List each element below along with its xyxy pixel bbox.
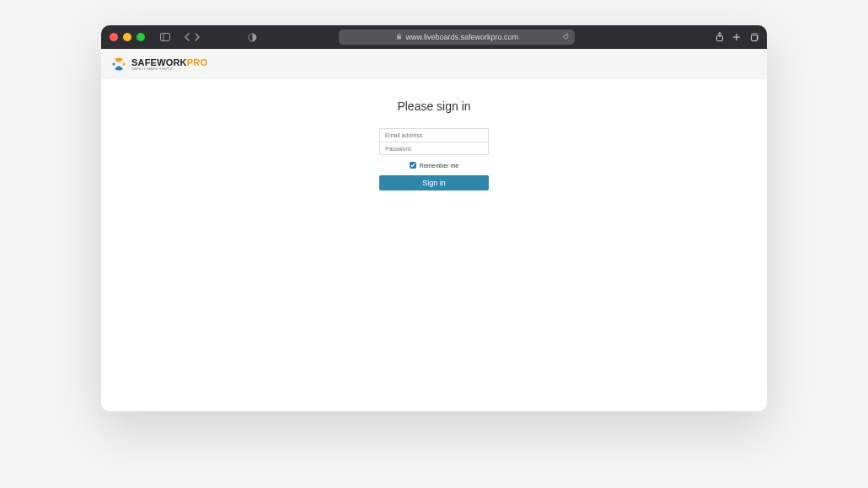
svg-rect-0 bbox=[161, 34, 170, 41]
svg-rect-3 bbox=[397, 36, 401, 40]
browser-window: www.liveboards.safeworkpro.com bbox=[101, 25, 767, 411]
refresh-icon[interactable] bbox=[562, 33, 570, 42]
address-bar[interactable]: www.liveboards.safeworkpro.com bbox=[339, 29, 575, 45]
share-icon[interactable] bbox=[715, 32, 724, 42]
close-window-button[interactable] bbox=[110, 33, 118, 41]
back-button[interactable] bbox=[184, 33, 190, 41]
address-url: www.liveboards.safeworkpro.com bbox=[406, 33, 519, 41]
remember-me-checkbox[interactable] bbox=[410, 162, 416, 169]
signin-title: Please sign in bbox=[397, 99, 470, 113]
remember-me-label: Remember me bbox=[420, 163, 458, 169]
svg-point-9 bbox=[113, 63, 115, 66]
tabs-overview-icon[interactable] bbox=[749, 32, 758, 42]
password-field[interactable] bbox=[379, 142, 489, 155]
browser-toolbar: www.liveboards.safeworkpro.com bbox=[101, 25, 767, 49]
forward-button[interactable] bbox=[194, 33, 201, 41]
new-tab-icon[interactable] bbox=[732, 32, 741, 42]
page-content: SAFEWORKPRO SAFETY MADE SIMPLE Please si… bbox=[101, 49, 767, 411]
privacy-shield-icon[interactable] bbox=[248, 33, 257, 42]
signin-button[interactable]: Sign in bbox=[379, 175, 489, 190]
window-controls bbox=[110, 33, 145, 41]
app-header: SAFEWORKPRO SAFETY MADE SIMPLE bbox=[101, 49, 767, 79]
padlock-icon bbox=[396, 33, 402, 41]
email-field[interactable] bbox=[379, 128, 489, 142]
svg-point-10 bbox=[123, 63, 126, 66]
remember-me-wrap: Remember me bbox=[410, 162, 458, 169]
svg-rect-8 bbox=[751, 35, 757, 40]
maximize-window-button[interactable] bbox=[137, 33, 145, 41]
logo-icon bbox=[111, 56, 126, 72]
signin-form: Please sign in Remember me Sign in bbox=[101, 79, 767, 190]
minimize-window-button[interactable] bbox=[123, 33, 131, 41]
logo: SAFEWORKPRO SAFETY MADE SIMPLE bbox=[111, 56, 207, 72]
sidebar-toggle-icon[interactable] bbox=[160, 33, 170, 41]
